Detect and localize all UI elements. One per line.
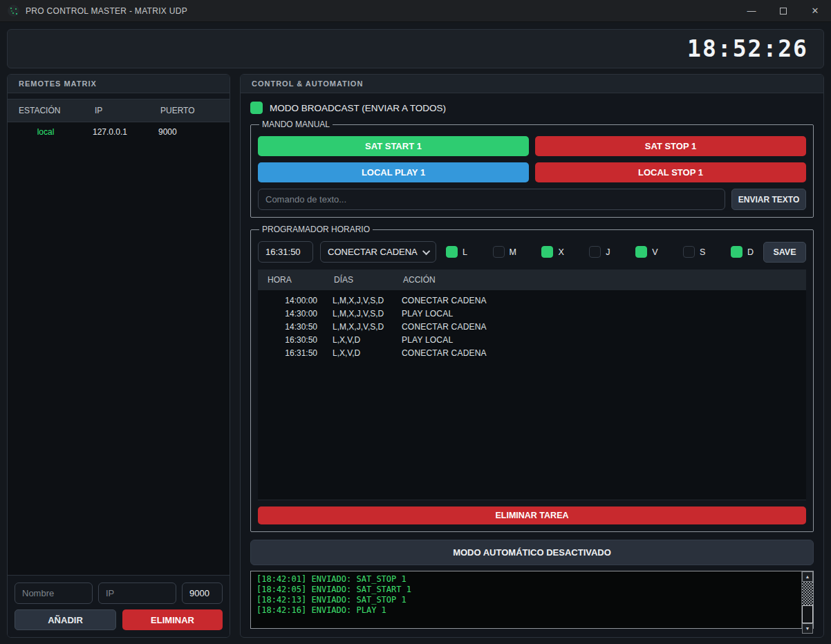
add-button[interactable]: AÑADIR <box>15 609 116 630</box>
day-checkboxes: L M X J V S D <box>443 246 756 258</box>
day-checkbox-d[interactable]: D <box>731 246 754 258</box>
column-header-estacion: ESTACIÓN <box>8 106 84 115</box>
send-text-button[interactable]: ENVIAR TEXTO <box>731 189 806 210</box>
window-title: PRO CONTROL MASTER - MATRIX UDP <box>26 6 187 16</box>
checkbox-l[interactable] <box>446 246 458 258</box>
cell-accion: CONECTAR CADENA <box>402 296 806 305</box>
checkbox-j[interactable] <box>589 246 601 258</box>
day-checkbox-s[interactable]: S <box>683 246 705 258</box>
local-stop-button[interactable]: LOCAL STOP 1 <box>535 162 806 182</box>
manual-legend: MANDO MANUAL <box>259 120 333 129</box>
day-checkbox-j[interactable]: J <box>589 246 610 258</box>
checkbox-d[interactable] <box>731 246 743 258</box>
close-button[interactable]: ✕ <box>799 0 831 21</box>
cell-hora: 14:00:00 <box>258 296 333 305</box>
port-input[interactable] <box>182 583 223 604</box>
log-area: [18:42:01] ENVIADO: SAT_STOP 1 [18:42:05… <box>250 571 814 629</box>
cell-accion: PLAY LOCAL <box>402 309 806 319</box>
scrollbar-up-arrow-icon[interactable]: ▲ <box>802 571 813 582</box>
log-text[interactable]: [18:42:01] ENVIADO: SAT_STOP 1 [18:42:05… <box>251 571 801 628</box>
delete-task-button[interactable]: ELIMINAR TAREA <box>258 506 806 524</box>
log-scrollbar[interactable]: ▲ ▼ <box>801 571 813 628</box>
sat-start-button[interactable]: SAT START 1 <box>258 136 529 156</box>
command-input[interactable] <box>258 189 725 210</box>
day-label-m: M <box>510 247 516 257</box>
name-input[interactable] <box>15 583 93 604</box>
action-select-value[interactable] <box>320 241 436 263</box>
table-row[interactable]: local 127.0.0.1 9000 <box>8 122 230 142</box>
tasks-table-body: 14:00:00 L,M,X,J,V,S,D CONECTAR CADENA 1… <box>258 290 806 500</box>
scheduler-legend: PROGRAMADOR HORARIO <box>259 225 373 234</box>
minimize-button[interactable]: — <box>736 0 767 21</box>
remotes-table-header: ESTACIÓN IP PUERTO <box>8 99 230 122</box>
clock-display: 18:52:26 <box>687 35 808 62</box>
day-label-x: X <box>558 247 563 257</box>
auto-mode-button[interactable]: MODO AUTOMÁTICO DESACTIVADO <box>250 540 814 565</box>
app-icon <box>8 5 19 17</box>
log-line: [18:42:05] ENVIADO: SAT_START 1 <box>256 585 796 595</box>
scheduler-controls: L M X J V S D SAVE <box>258 241 806 263</box>
cell-puerto: 9000 <box>149 127 230 137</box>
action-select[interactable] <box>320 241 436 263</box>
titlebar: PRO CONTROL MASTER - MATRIX UDP — ✕ <box>0 0 831 22</box>
remotes-table-body: local 127.0.0.1 9000 <box>8 122 230 575</box>
day-checkbox-m[interactable]: M <box>493 246 516 258</box>
cell-accion: CONECTAR CADENA <box>402 348 806 358</box>
log-line: [18:42:16] ENVIADO: PLAY 1 <box>256 605 796 616</box>
ip-input[interactable] <box>98 583 176 604</box>
task-row[interactable]: 14:30:00 L,M,X,J,V,S,D PLAY LOCAL <box>258 307 806 320</box>
window-controls: — ✕ <box>736 0 831 21</box>
cell-estacion: local <box>8 127 84 137</box>
remotes-table: ESTACIÓN IP PUERTO local 127.0.0.1 9000 <box>8 99 230 575</box>
window-content: 18:52:26 REMOTES MATRIX ESTACIÓN IP PUER… <box>0 22 831 644</box>
day-label-s: S <box>700 247 705 257</box>
column-header-hora: HORA <box>258 275 333 285</box>
scrollbar-down-arrow-icon[interactable]: ▼ <box>802 623 813 634</box>
checkbox-m[interactable] <box>493 246 505 258</box>
broadcast-checkbox[interactable] <box>250 102 263 114</box>
column-header-ip: IP <box>84 106 149 115</box>
cell-hora: 16:30:50 <box>258 335 333 345</box>
local-play-button[interactable]: LOCAL PLAY 1 <box>258 162 529 182</box>
cell-accion: CONECTAR CADENA <box>402 322 806 332</box>
maximize-button[interactable] <box>767 0 799 21</box>
time-input[interactable] <box>258 241 313 263</box>
day-checkbox-x[interactable]: X <box>541 246 563 258</box>
save-button[interactable]: SAVE <box>763 242 806 263</box>
day-checkbox-v[interactable]: V <box>635 246 657 258</box>
cell-dias: L,M,X,J,V,S,D <box>333 296 402 305</box>
clock-panel: 18:52:26 <box>7 29 824 68</box>
manual-section: MANDO MANUAL SAT START 1 SAT STOP 1 LOCA… <box>250 120 814 218</box>
cell-dias: L,X,V,D <box>333 348 402 358</box>
delete-button[interactable]: ELIMINAR <box>122 609 223 630</box>
task-row[interactable]: 14:30:50 L,M,X,J,V,S,D CONECTAR CADENA <box>258 320 806 333</box>
remotes-form: AÑADIR ELIMINAR <box>8 575 230 637</box>
remotes-panel: REMOTES MATRIX ESTACIÓN IP PUERTO local … <box>7 74 230 638</box>
column-header-accion: ACCIÓN <box>402 275 806 285</box>
task-row[interactable]: 14:00:00 L,M,X,J,V,S,D CONECTAR CADENA <box>258 294 806 307</box>
task-row[interactable]: 16:31:50 L,X,V,D CONECTAR CADENA <box>258 346 806 359</box>
cell-hora: 14:30:50 <box>258 322 333 332</box>
cell-hora: 14:30:00 <box>258 309 333 319</box>
scrollbar-thumb[interactable] <box>802 605 813 623</box>
checkbox-s[interactable] <box>683 246 695 258</box>
scrollbar-track[interactable] <box>802 582 813 605</box>
log-line: [18:42:01] ENVIADO: SAT_STOP 1 <box>256 574 796 585</box>
task-row[interactable]: 16:30:50 L,X,V,D PLAY LOCAL <box>258 333 806 346</box>
control-panel-title: CONTROL & AUTOMATION <box>241 75 823 93</box>
column-header-dias: DÍAS <box>333 275 402 285</box>
day-checkbox-l[interactable]: L <box>446 246 467 258</box>
sat-stop-button[interactable]: SAT STOP 1 <box>535 136 806 156</box>
column-header-puerto: PUERTO <box>149 106 230 115</box>
scheduler-section: PROGRAMADOR HORARIO L M X J <box>250 225 814 532</box>
day-label-l: L <box>463 247 467 257</box>
day-label-v: V <box>652 247 657 257</box>
cell-dias: L,M,X,J,V,S,D <box>333 309 402 319</box>
day-label-d: D <box>747 247 754 257</box>
checkbox-v[interactable] <box>635 246 647 258</box>
maximize-icon <box>780 8 787 15</box>
checkbox-x[interactable] <box>541 246 553 258</box>
cell-dias: L,X,V,D <box>333 335 402 345</box>
cell-dias: L,M,X,J,V,S,D <box>333 322 402 332</box>
remotes-panel-title: REMOTES MATRIX <box>8 75 230 93</box>
